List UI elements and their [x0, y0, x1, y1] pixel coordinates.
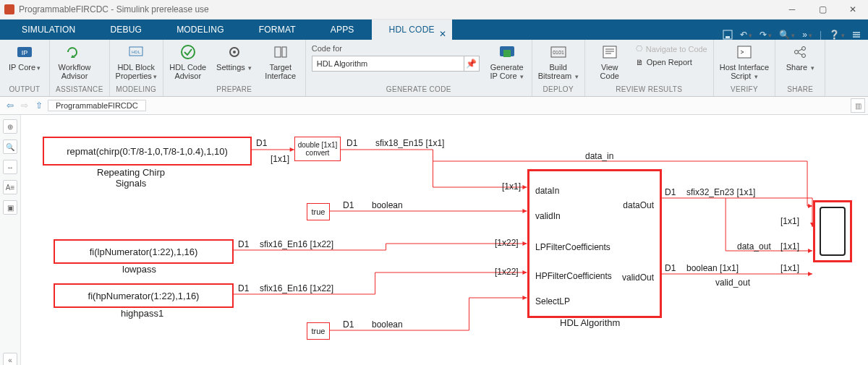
block-true-1[interactable]: true	[307, 203, 330, 220]
overflow-icon[interactable]: »▾	[802, 30, 812, 40]
sig-chirp-dim: [1x1]	[271, 154, 289, 164]
tab-modeling[interactable]: MODELING	[159, 20, 242, 40]
help-icon[interactable]: ❔▾	[829, 30, 845, 40]
navigate-icon: ⎔	[636, 44, 643, 53]
gear-icon	[225, 43, 244, 61]
redo-icon[interactable]: ↷▾	[760, 30, 772, 40]
sig-data-in: data_in	[585, 151, 613, 161]
svg-line-28	[798, 53, 802, 55]
block-convert[interactable]: double [1x1] convert	[294, 137, 341, 161]
svg-marker-30	[290, 147, 294, 152]
open-report-button[interactable]: 🗎 Open Report	[636, 58, 707, 66]
svg-rect-16	[503, 50, 511, 57]
block-hdl-algorithm[interactable]: dataIn validIn LPFilterCoefficients HPFi…	[527, 169, 662, 318]
sig-validout-dim: [1x1]	[780, 263, 799, 273]
minimize-button[interactable]: ─	[777, 0, 807, 19]
svg-point-10	[182, 46, 195, 59]
palette-nav-icon[interactable]: ⊕	[3, 119, 17, 134]
svg-marker-33	[522, 241, 527, 246]
group-output: IP IP Core▾ OUTPUT	[0, 40, 50, 96]
nav-back-icon[interactable]: ⇦	[3, 98, 17, 113]
label-hdl-algorithm: HDL Algorithm	[560, 317, 620, 328]
group-review-results: View Code ⎔ Navigate to Code 🗎 Open Repo…	[585, 40, 714, 96]
svg-marker-31	[522, 185, 527, 189]
block-repeating-chirp[interactable]: repmat(chirp(0:T/8-1,0,T/8-1,0.4),1,10)	[43, 137, 252, 166]
tabstrip: SIMULATION DEBUG MODELING FORMAT APPS HD…	[0, 20, 868, 40]
undo-icon[interactable]: ↶▾	[740, 30, 752, 40]
menu-icon[interactable]	[852, 30, 861, 39]
group-prepare: HDL Code Advisor Settings ▾ Target Inter…	[163, 40, 306, 96]
search-icon[interactable]: 🔍▾	[779, 30, 795, 40]
svg-marker-34	[522, 270, 527, 275]
save-icon[interactable]	[723, 30, 733, 40]
ip-core-button[interactable]: IP IP Core▾	[6, 43, 43, 72]
target-interface-button[interactable]: Target Interface	[262, 43, 299, 80]
code-for-input[interactable]	[312, 59, 464, 68]
port-lp-dim: [1x22]	[495, 238, 519, 248]
hdl-code-advisor-button[interactable]: HDL Code Advisor	[169, 43, 207, 80]
port-validin: validIn	[535, 211, 561, 221]
svg-point-25	[802, 47, 806, 51]
scope-screen	[820, 207, 846, 256]
navigate-to-code-button: ⎔ Navigate to Code	[636, 44, 707, 53]
code-for: Code for 📌	[312, 43, 480, 72]
block-highpass[interactable]: fi(hpNumerator(1:22),1,16)	[54, 283, 234, 308]
sig-validout-type: boolean [1x1]	[686, 263, 739, 273]
group-verify: Host Interface Script ▾ VERIFY	[714, 40, 775, 96]
pin-icon[interactable]: 📌	[464, 56, 479, 71]
view-code-button[interactable]: View Code	[591, 43, 629, 80]
sig-dataout-d1: D1	[665, 187, 676, 197]
host-interface-script-button[interactable]: Host Interface Script ▾	[720, 43, 769, 81]
close-icon[interactable]: ✕	[439, 24, 446, 44]
hdl-block-properties-button[interactable]: HDL HDL Block Properties▾	[116, 43, 157, 81]
port-datain: dataIn	[535, 186, 559, 196]
sig-convert-out: sfix18_En15 [1x1]	[375, 138, 444, 148]
nav-up-icon[interactable]: ⇧	[32, 98, 46, 113]
group-generate-code: Code for 📌 Generate IP Core ▾ GENERATE C…	[306, 40, 532, 96]
svg-text:IP: IP	[22, 49, 28, 56]
palette-bottom-icon[interactable]: «	[3, 353, 17, 365]
tab-debug[interactable]: DEBUG	[93, 20, 159, 40]
tab-format[interactable]: FORMAT	[242, 20, 313, 40]
explorer-pin-icon[interactable]: ▥	[851, 98, 865, 113]
group-deploy: 0101 Build Bitstream ▾ DEPLOY	[532, 40, 585, 96]
workspace: ⊕ 🔍 ↔ A≡ ▣ «	[0, 115, 868, 365]
svg-rect-19	[603, 46, 616, 58]
tab-hdl-code[interactable]: HDL CODE ✕	[372, 20, 452, 40]
svg-point-24	[795, 51, 799, 54]
svg-rect-1	[726, 36, 730, 38]
share-button[interactable]: Share ▾	[781, 43, 819, 72]
svg-point-12	[233, 51, 236, 53]
share-icon	[791, 43, 809, 61]
sig-validout-d1: D1	[665, 263, 676, 273]
tab-apps[interactable]: APPS	[313, 20, 372, 40]
sig-true1-d1: D1	[343, 200, 354, 210]
palette-fit-icon[interactable]: ↔	[3, 160, 17, 174]
tab-simulation[interactable]: SIMULATION	[4, 20, 93, 40]
tab-hdl-code-label: HDL CODE	[389, 25, 435, 35]
build-bitstream-button[interactable]: 0101 Build Bitstream ▾	[538, 43, 579, 81]
breadcrumb-model[interactable]: ProgrammableFIRCDC	[48, 100, 146, 111]
sig-hp-d1: D1	[238, 283, 249, 293]
sig-data-out-label: data_out	[737, 241, 771, 252]
label-lowpass: lowpass	[122, 264, 156, 275]
palette-annotate-icon[interactable]: A≡	[3, 180, 17, 194]
palette-image-icon[interactable]: ▣	[3, 200, 17, 215]
palette-zoom-icon[interactable]: 🔍	[3, 139, 17, 154]
block-true-2[interactable]: true	[307, 322, 330, 340]
sig-true2-d1: D1	[343, 319, 354, 330]
workflow-advisor-button[interactable]: Workflow Advisor	[56, 43, 93, 80]
settings-button[interactable]: Settings ▾	[216, 43, 253, 72]
sig-dataout-dim: [1x1]	[780, 216, 799, 226]
block-lowpass[interactable]: fi(lpNumerator(1:22),1,16)	[54, 239, 234, 264]
window-title: ProgrammableFIRCDC - Simulink prerelease…	[19, 4, 209, 14]
block-scope[interactable]	[813, 200, 852, 262]
app-icon	[4, 4, 14, 14]
palette: ⊕ 🔍 ↔ A≡ ▣ «	[0, 115, 21, 365]
maximize-button[interactable]: ▢	[807, 0, 838, 19]
label-repeating-chirp: Repeating Chirp Signals	[97, 167, 165, 189]
close-button[interactable]: ✕	[838, 0, 868, 19]
toolstrip: IP IP Core▾ OUTPUT Workflow Advisor ASSI…	[0, 40, 868, 97]
canvas[interactable]: repmat(chirp(0:T/8-1,0,T/8-1,0.4),1,10) …	[21, 115, 868, 365]
generate-ip-core-button[interactable]: Generate IP Core ▾	[488, 43, 526, 81]
